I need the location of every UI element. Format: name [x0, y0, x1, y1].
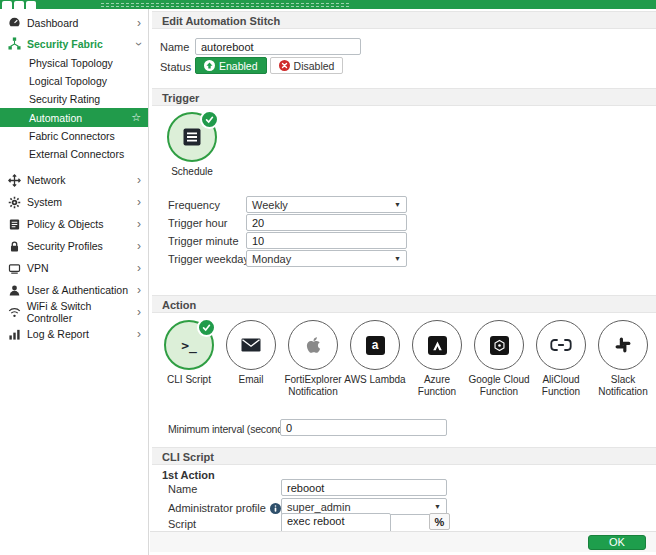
- trigger-weekday-label: Trigger weekday: [168, 251, 249, 267]
- sidebar-item-external-connectors[interactable]: External Connectors: [0, 145, 148, 163]
- trigger-hour-label: Trigger hour: [168, 215, 228, 231]
- admin-profile-label: Administrator profile: [168, 500, 281, 516]
- action-option-cli-script[interactable]: >_ CLI Script: [158, 320, 220, 398]
- first-action-subheading: 1st Action: [162, 469, 215, 481]
- sidebar: Dashboard › Security Fabric › Physical T…: [0, 9, 149, 555]
- sidebar-item-network[interactable]: Network ›: [0, 169, 148, 191]
- chevron-right-icon: ›: [137, 219, 141, 229]
- wifi-icon: [7, 306, 22, 319]
- vpn-monitor-icon: [7, 262, 22, 275]
- name-input[interactable]: [195, 38, 361, 55]
- action-option-google-cloud-function[interactable]: Google Cloud Function: [468, 320, 530, 398]
- sidebar-item-fabric-connectors[interactable]: Fabric Connectors: [0, 127, 148, 145]
- sidebar-item-security-fabric[interactable]: Security Fabric ›: [0, 33, 148, 54]
- action-option-fortiexplorer-notification[interactable]: FortiExplorer Notification: [282, 320, 344, 398]
- sidebar-item-label: Security Profiles: [27, 240, 103, 252]
- sidebar-item-physical-topology[interactable]: Physical Topology: [0, 54, 148, 72]
- caret-down-icon: ▼: [394, 201, 401, 208]
- action-option-alicloud-function[interactable]: AliCloud Function: [530, 320, 592, 398]
- page-title: Edit Automation Stitch: [162, 15, 280, 27]
- aws-lambda-icon: a: [366, 336, 385, 355]
- sidebar-item-label: Physical Topology: [29, 57, 113, 69]
- slack-icon: [615, 337, 631, 353]
- trigger-hour-input[interactable]: [246, 214, 407, 231]
- chevron-right-icon: ›: [137, 197, 141, 207]
- page-title-bar: Edit Automation Stitch: [152, 11, 656, 29]
- sidebar-item-label: Dashboard: [27, 17, 78, 29]
- bar-chart-icon: [7, 328, 22, 341]
- percent-button[interactable]: %: [429, 513, 450, 530]
- dashboard-gauge-icon: [7, 16, 22, 29]
- footer-bar: OK: [150, 531, 656, 552]
- chevron-down-icon: ›: [134, 42, 144, 46]
- lock-icon: [7, 240, 22, 253]
- fortinet-logo: [2, 1, 36, 9]
- sidebar-item-dashboard[interactable]: Dashboard ›: [0, 12, 148, 33]
- chevron-right-icon: ›: [137, 285, 141, 295]
- security-fabric-icon: [7, 37, 22, 50]
- chevron-right-icon: ›: [137, 307, 141, 317]
- chevron-right-icon: ›: [137, 263, 141, 273]
- envelope-icon: [241, 338, 261, 352]
- action-option-aws-lambda[interactable]: a AWS Lambda: [344, 320, 406, 398]
- sidebar-item-label: VPN: [27, 262, 49, 274]
- user-icon: [7, 284, 22, 297]
- trigger-minute-label: Trigger minute: [168, 233, 239, 249]
- sidebar-item-security-rating[interactable]: Security Rating: [0, 90, 148, 108]
- schedule-list-icon: [182, 127, 202, 147]
- action-option-azure-function[interactable]: Azure Function: [406, 320, 468, 398]
- sidebar-item-user-authentication[interactable]: User & Authentication ›: [0, 279, 148, 301]
- trigger-option-schedule[interactable]: Schedule: [161, 112, 223, 178]
- sidebar-bottom-group: Network › System › Policy & Objects › Se…: [0, 169, 148, 345]
- policy-objects-icon: [7, 218, 22, 231]
- sidebar-item-label: Fabric Connectors: [29, 130, 115, 142]
- sidebar-item-automation[interactable]: Automation ☆: [0, 108, 148, 127]
- min-interval-label: Minimum interval (seconds): [168, 421, 291, 437]
- apple-icon: [306, 336, 321, 354]
- check-badge-icon: [200, 110, 219, 129]
- disabled-button[interactable]: Disabled: [270, 57, 344, 74]
- sidebar-item-label: Log & Report: [27, 328, 89, 340]
- chevron-right-icon: ›: [137, 329, 141, 339]
- sidebar-item-system[interactable]: System ›: [0, 191, 148, 213]
- sidebar-item-logical-topology[interactable]: Logical Topology: [0, 72, 148, 90]
- sidebar-item-label: System: [27, 196, 62, 208]
- azure-function-icon: [428, 336, 447, 355]
- network-icon: [7, 174, 22, 187]
- sidebar-item-wifi-switch-controller[interactable]: WiFi & Switch Controller ›: [0, 301, 148, 323]
- caret-down-icon: ▼: [394, 255, 401, 262]
- enabled-button[interactable]: Enabled: [195, 57, 267, 74]
- info-icon: [270, 503, 281, 514]
- min-interval-input[interactable]: [280, 419, 447, 436]
- sidebar-item-security-profiles[interactable]: Security Profiles ›: [0, 235, 148, 257]
- chevron-right-icon: ›: [137, 175, 141, 185]
- chevron-right-icon: ›: [137, 18, 141, 28]
- caret-down-icon: ▼: [434, 503, 441, 510]
- sidebar-item-label: Security Fabric: [27, 38, 103, 50]
- trigger-option-label: Schedule: [159, 166, 225, 178]
- sidebar-item-log-report[interactable]: Log & Report ›: [0, 323, 148, 345]
- trigger-weekday-select[interactable]: Monday ▼: [246, 250, 407, 267]
- gear-icon: [7, 196, 22, 209]
- google-cloud-function-icon: [490, 336, 509, 355]
- sidebar-item-label: Policy & Objects: [27, 218, 103, 230]
- status-label: Status: [160, 59, 191, 75]
- enabled-icon: [204, 60, 215, 71]
- action-option-email[interactable]: Email: [220, 320, 282, 398]
- sidebar-item-policy-objects[interactable]: Policy & Objects ›: [0, 213, 148, 235]
- top-bar: [0, 0, 656, 9]
- trigger-minute-input[interactable]: [246, 232, 407, 249]
- frequency-select[interactable]: Weekly ▼: [246, 196, 407, 213]
- action-section-bar: Action: [152, 295, 656, 313]
- content-panel: Edit Automation Stitch Name Status Enabl…: [150, 0, 656, 555]
- alicloud-icon: [550, 339, 572, 351]
- action-section-label: Action: [162, 299, 196, 311]
- cli-name-input[interactable]: [281, 479, 447, 496]
- sidebar-item-label: Security Rating: [29, 93, 100, 105]
- action-option-slack-notification[interactable]: Slack Notification: [592, 320, 654, 398]
- trigger-section-bar: Trigger: [152, 88, 656, 106]
- ok-button[interactable]: OK: [588, 535, 646, 550]
- star-icon: ☆: [131, 111, 141, 124]
- check-badge-icon: [197, 318, 216, 337]
- sidebar-item-vpn[interactable]: VPN ›: [0, 257, 148, 279]
